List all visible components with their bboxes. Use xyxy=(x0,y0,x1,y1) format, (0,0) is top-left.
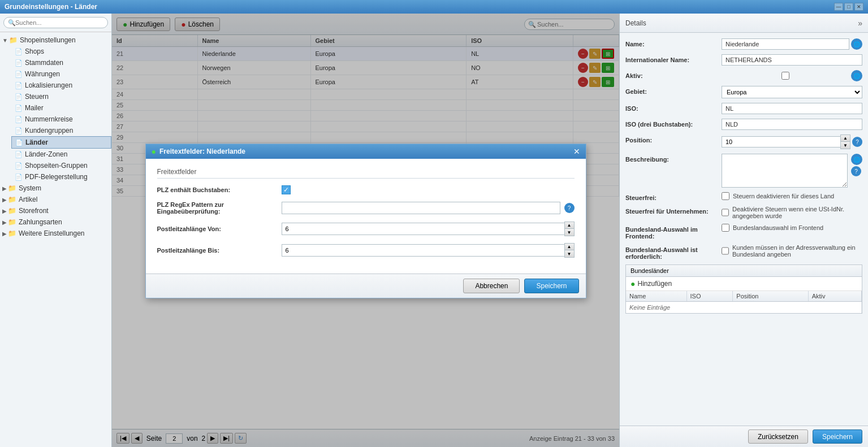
details-panel: Details » Name: 🌐 Internationaler Name: xyxy=(619,14,868,447)
bundeslaender-table: Name ISO Position Aktiv Keine Einträge xyxy=(626,291,862,313)
bundesland-erf-row: Kunden müssen in der Adressverwaltung ei… xyxy=(722,244,862,258)
modal-relative: ● Freitextfelder: Niederlande ✕ Freitext… xyxy=(112,14,619,447)
sidebar-item-kundengruppen[interactable]: 📄 Kundengruppen xyxy=(11,125,111,136)
modal-footer: Abbrechen Speichern xyxy=(146,274,586,298)
reset-button[interactable]: Zurücksetzen xyxy=(748,429,808,444)
modal-cancel-button[interactable]: Abbrechen xyxy=(463,279,520,293)
field-iso-input[interactable] xyxy=(722,103,862,114)
field-iso3-input[interactable] xyxy=(722,119,862,130)
plz-bis-input[interactable] xyxy=(282,244,564,257)
sidebar-item-mailer[interactable]: 📄 Mailer xyxy=(11,102,111,114)
name-globe-icon[interactable]: 🌐 xyxy=(851,38,862,50)
sidebar-group-artikel[interactable]: ▶ 📁 Artikel xyxy=(0,194,111,205)
steuerfrei-u-row: Deaktiviere Steuern wenn eine USt-IdNr. … xyxy=(722,206,862,219)
sidebar-item-lokalisierungen[interactable]: 📄 Lokalisierungen xyxy=(11,80,111,91)
plz-bis-spin-down[interactable]: ▼ xyxy=(565,250,574,257)
modal-regex-row: PLZ RegEx Pattern zur Eingabeüberprüfung… xyxy=(157,201,575,215)
sidebar-item-label-kundengruppen: Kundengruppen xyxy=(25,127,73,134)
sidebar-item-label-nummernkreise: Nummernkreise xyxy=(25,115,73,123)
close-button[interactable]: ✕ xyxy=(854,3,863,11)
plz-buchstaben-checkbox[interactable]: ✓ xyxy=(282,185,291,194)
page-icon: 📄 xyxy=(15,151,23,158)
bundesland-fe-checkbox[interactable] xyxy=(722,224,729,232)
plz-bis-spin-up[interactable]: ▲ xyxy=(565,244,574,250)
plz-von-spin-wrap: ▲ ▼ xyxy=(282,222,575,236)
field-gebiet-label: Gebiet: xyxy=(625,86,722,95)
bundeslaender-add-button[interactable]: ● Hinzufügen xyxy=(631,279,672,288)
titlebar-title: Grundeinstellungen - Länder xyxy=(5,3,97,11)
modal-header-icon: ● xyxy=(152,147,156,156)
sidebar-item-waehrungen[interactable]: 📄 Währungen xyxy=(11,68,111,80)
field-bundesland-erf-row: Bundesland-Auswahl ist erforderlich: Kun… xyxy=(625,244,862,260)
sidebar-item-shopseiten-gruppen[interactable]: 📄 Shopseiten-Gruppen xyxy=(11,160,111,171)
page-icon: 📄 xyxy=(15,71,23,78)
field-position-value: ▲ ▼ ? xyxy=(722,134,862,149)
page-icon: 📄 xyxy=(15,139,23,146)
sidebar-group-storefront[interactable]: ▶ 📁 Storefront xyxy=(0,205,111,216)
field-name-input[interactable] xyxy=(722,38,849,50)
field-beschreibung-label: Beschreibung: xyxy=(625,154,722,163)
field-aktiv-row: Aktiv: 🌐 xyxy=(625,70,862,81)
regex-input[interactable] xyxy=(282,202,560,214)
save-button[interactable]: Speichern xyxy=(813,429,862,444)
plz-von-spin-up[interactable]: ▲ xyxy=(565,222,574,229)
position-spin-down[interactable]: ▼ xyxy=(841,142,850,149)
sidebar-item-nummernkreise[interactable]: 📄 Nummernkreise xyxy=(11,114,111,125)
sidebar-tree: ▼ 📁 Shopeinstellungen 📄 Shops 📄 Stammdat… xyxy=(0,32,111,447)
modal-section-title: Freitextfelder xyxy=(157,168,575,179)
aktiv-checkbox[interactable] xyxy=(722,72,849,80)
minimize-button[interactable]: — xyxy=(834,3,843,11)
beschreibung-icons: 🌐 ? xyxy=(849,154,862,176)
sidebar-search-input[interactable] xyxy=(3,17,108,28)
steuerfrei-checkbox[interactable] xyxy=(722,192,729,200)
field-beschreibung-value: 🌐 ? xyxy=(722,154,862,188)
plz-bis-spin-btns: ▲ ▼ xyxy=(564,243,575,258)
sidebar-item-stammdaten[interactable]: 📄 Stammdaten xyxy=(11,57,111,68)
details-collapse-button[interactable]: » xyxy=(858,19,862,28)
regex-help-icon[interactable]: ? xyxy=(564,203,575,213)
field-intname-input[interactable] xyxy=(722,54,862,66)
field-iso3-row: ISO (drei Buchstaben): xyxy=(625,119,862,130)
sidebar-item-shops[interactable]: 📄 Shops xyxy=(11,46,111,57)
expand-icon: ▶ xyxy=(2,219,7,225)
field-position-row: Position: ▲ ▼ ? xyxy=(625,134,862,149)
sidebar-item-laender[interactable]: 📄 Länder xyxy=(11,136,111,149)
plz-von-spin-down[interactable]: ▼ xyxy=(565,229,574,236)
field-iso-label: ISO: xyxy=(625,103,722,112)
modal-save-button[interactable]: Speichern xyxy=(524,279,578,293)
bl-col-iso: ISO xyxy=(686,291,733,302)
sidebar-group-zahlungsarten[interactable]: ▶ 📁 Zahlungsarten xyxy=(0,216,111,228)
modal-close-button[interactable]: ✕ xyxy=(573,147,580,156)
sidebar-item-pdf-belegerstellung[interactable]: 📄 PDF-Belegerstellung xyxy=(11,171,111,183)
group-label-artikel: Artikel xyxy=(19,196,37,203)
sidebar-group-shopeinstellungen[interactable]: ▼ 📁 Shopeinstellungen xyxy=(0,34,111,46)
field-aktiv-label: Aktiv: xyxy=(625,70,722,79)
field-bundesland-erf-label: Bundesland-Auswahl ist erforderlich: xyxy=(625,244,722,260)
page-icon: 📄 xyxy=(15,116,23,123)
field-name-row: Name: 🌐 xyxy=(625,38,862,50)
position-help-icon[interactable]: ? xyxy=(852,137,862,147)
position-spin-btns: ▲ ▼ xyxy=(840,134,850,149)
beschreibung-globe-icon[interactable]: 🌐 xyxy=(851,154,862,165)
bundeslaender-no-entries-row: Keine Einträge xyxy=(626,302,862,314)
plz-von-input[interactable] xyxy=(282,223,564,235)
beschreibung-textarea[interactable] xyxy=(722,154,848,188)
sidebar-item-steuern[interactable]: 📄 Steuern xyxy=(11,91,111,102)
gebiet-select[interactable]: Europa xyxy=(722,86,862,98)
field-gebiet-row: Gebiet: Europa xyxy=(625,86,862,98)
page-icon: 📄 xyxy=(15,48,23,55)
aktiv-globe-icon[interactable]: 🌐 xyxy=(851,70,862,81)
sidebar-search-icon: 🔍 xyxy=(8,19,16,27)
sidebar-group-system[interactable]: ▶ 📁 System xyxy=(0,183,111,194)
modal-regex-label: PLZ RegEx Pattern zur Eingabeüberprüfung… xyxy=(157,201,282,215)
sidebar-item-label-waehrungen: Währungen xyxy=(25,70,60,78)
aktiv-wrap: 🌐 xyxy=(722,70,862,81)
position-input[interactable] xyxy=(722,136,840,147)
steuerfrei-u-checkbox[interactable] xyxy=(722,209,729,216)
maximize-button[interactable]: □ xyxy=(844,3,853,11)
sidebar-group-weitere-einstellungen[interactable]: ▶ 📁 Weitere Einstellungen xyxy=(0,228,111,239)
sidebar-item-laender-zonen[interactable]: 📄 Länder-Zonen xyxy=(11,149,111,160)
position-spin-up[interactable]: ▲ xyxy=(841,135,850,142)
beschreibung-help-icon[interactable]: ? xyxy=(851,166,861,176)
bundesland-erf-checkbox[interactable] xyxy=(722,247,729,255)
